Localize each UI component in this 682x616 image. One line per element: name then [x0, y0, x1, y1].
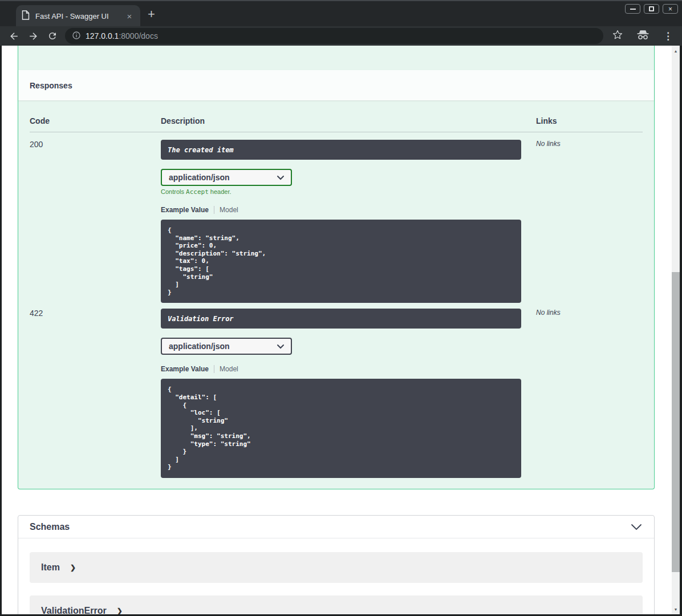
reload-button[interactable] [47, 30, 58, 42]
scrollbar-thumb[interactable] [672, 272, 680, 572]
window-minimize-button[interactable] [625, 4, 640, 14]
media-type-value: application/json [169, 342, 230, 351]
response-description: Validation Error [168, 315, 234, 323]
browser-menu-icon[interactable]: ⋮ [663, 30, 673, 42]
model-item[interactable]: Item ❯ [30, 552, 643, 583]
response-code: 200 [30, 140, 161, 303]
opblock-body-spacer [18, 46, 654, 70]
response-row-200: 200 The created item application/json Co… [30, 132, 643, 303]
browser-tab[interactable]: Fast API - Swagger UI × [16, 5, 140, 27]
column-header-links: Links [536, 116, 643, 125]
bookmark-star-icon[interactable] [612, 30, 623, 42]
response-description-box: Validation Error [161, 309, 521, 329]
accept-msg-code: Accept [186, 188, 209, 196]
tab-close-icon[interactable]: × [124, 11, 135, 21]
response-links: No links [536, 309, 643, 478]
tab-title: Fast API - Swagger UI [35, 12, 124, 21]
response-row-422: 422 Validation Error application/json Ex… [30, 303, 643, 478]
media-type-value: application/json [169, 173, 230, 182]
schemas-collapse-chevron-icon[interactable] [630, 523, 643, 531]
tab-example-value[interactable]: Example Value [161, 206, 209, 214]
chevron-right-icon: ❯ [70, 564, 76, 572]
new-tab-button[interactable]: + [148, 8, 155, 21]
chevron-right-icon: ❯ [117, 607, 123, 614]
back-button[interactable] [8, 30, 19, 42]
maximize-icon [649, 6, 654, 11]
column-header-description: Description [161, 116, 536, 125]
example-json: { "name": "string", "price": 0, "descrip… [168, 226, 514, 296]
address-bar[interactable]: 127.0.0.1:8000/docs [65, 28, 603, 44]
accept-msg-suffix: header. [209, 188, 232, 195]
model-name: Item [41, 562, 60, 573]
model-name: ValidationError [41, 606, 107, 614]
responses-table-header: Code Description Links [30, 100, 643, 132]
url-path: :8000/docs [119, 31, 158, 40]
forward-button[interactable] [27, 30, 39, 42]
column-header-code: Code [30, 116, 161, 125]
example-model-tabs: Example Value Model [161, 206, 536, 214]
responses-table: Code Description Links 200 The created i… [18, 100, 654, 478]
model-validationerror[interactable]: ValidationError ❯ [30, 595, 643, 614]
example-model-tabs: Example Value Model [161, 365, 536, 373]
tab-divider [214, 365, 214, 373]
media-type-select[interactable]: application/json [161, 169, 292, 186]
titlebar: Fast API - Swagger UI × + × [0, 0, 682, 26]
scroll-down-icon[interactable]: ▼ [672, 605, 680, 613]
page-scrollbar[interactable]: ▲ ▼ [672, 46, 680, 614]
example-code-block: { "detail": [ { "loc": [ "string" ], "ms… [161, 379, 521, 478]
opblock-post: Responses Code Description Links 200 The… [18, 46, 655, 489]
tab-model[interactable]: Model [220, 365, 238, 373]
responses-section-header: Responses [18, 70, 654, 100]
responses-title: Responses [30, 81, 72, 90]
url-host: 127.0.0.1 [86, 31, 119, 40]
site-info-icon[interactable] [72, 31, 81, 42]
window-maximize-button[interactable] [644, 4, 659, 14]
tab-example-value[interactable]: Example Value [161, 365, 209, 373]
media-type-select[interactable]: application/json [161, 338, 292, 355]
window-close-button[interactable]: × [663, 4, 678, 14]
accept-header-message: Controls Accept header. [161, 188, 536, 196]
browser-window: Fast API - Swagger UI × + × 127.0.0.1:80… [0, 0, 682, 616]
tab-divider [214, 206, 214, 214]
response-description-box: The created item [161, 140, 521, 160]
page-favicon-icon [22, 10, 30, 22]
scroll-up-icon[interactable]: ▲ [672, 47, 680, 55]
browser-toolbar: 127.0.0.1:8000/docs ⋮ [0, 26, 682, 46]
chevron-down-icon [276, 173, 285, 181]
schemas-title: Schemas [30, 522, 70, 532]
tab-model[interactable]: Model [220, 206, 238, 214]
response-links: No links [536, 140, 643, 303]
response-code: 422 [30, 309, 161, 478]
minimize-icon [630, 9, 636, 10]
schemas-header[interactable]: Schemas [18, 516, 654, 538]
accept-msg-prefix: Controls [161, 188, 186, 195]
response-description: The created item [168, 146, 234, 154]
example-code-block: { "name": "string", "price": 0, "descrip… [161, 220, 521, 303]
incognito-icon[interactable] [636, 30, 649, 42]
chevron-down-icon [276, 342, 285, 350]
schemas-model-list: Item ❯ ValidationError ❯ [18, 538, 654, 614]
swagger-page: Responses Code Description Links 200 The… [2, 46, 672, 614]
schemas-section: Schemas Item ❯ ValidationError ❯ [18, 515, 655, 614]
example-json: { "detail": [ { "loc": [ "string" ], "ms… [168, 386, 514, 471]
